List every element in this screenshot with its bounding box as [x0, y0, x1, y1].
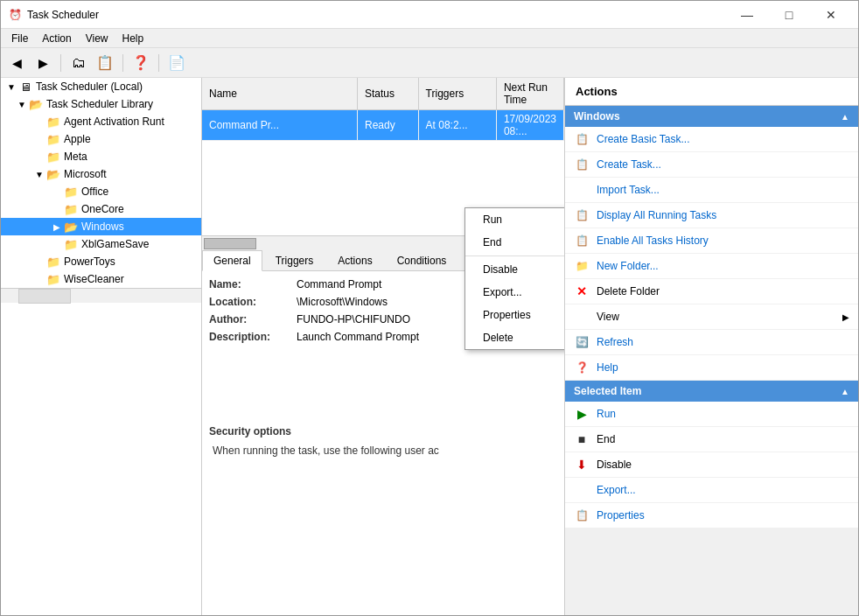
tree-item-library[interactable]: ▼ Task Scheduler Library: [1, 95, 201, 113]
tree-item-powertoys[interactable]: ▶ PowerToys: [1, 253, 201, 270]
task-name-cell: Command Pr...: [202, 110, 358, 141]
expand-local[interactable]: ▼: [4, 80, 18, 94]
ctx-separator-1: [465, 256, 565, 256]
new-folder-icon: 📁: [574, 258, 590, 274]
actions-title: Actions: [565, 78, 858, 106]
action-refresh[interactable]: 🔄 Refresh: [565, 330, 858, 355]
description-label: Description:: [209, 331, 297, 343]
table-row[interactable]: Command Pr... Ready At 08:2... 17/09/202…: [202, 110, 564, 141]
section-header-selected[interactable]: Selected Item ▲: [565, 381, 858, 402]
action-properties[interactable]: 📋 Properties: [565, 503, 858, 528]
action-import-task[interactable]: Import Task...: [565, 178, 858, 203]
minimize-button[interactable]: —: [727, 2, 767, 28]
sidebar: ▼ Task Scheduler (Local) ▼ Task Schedule…: [1, 78, 202, 615]
menu-file[interactable]: File: [4, 31, 35, 46]
folder-icon-onecore: [64, 202, 78, 216]
app-icon: ⏰: [8, 8, 22, 22]
name-label: Name:: [209, 278, 297, 290]
enable-history-icon: 📋: [574, 233, 590, 248]
tab-general[interactable]: General: [202, 250, 262, 271]
action-delete-folder[interactable]: ✕ Delete Folder: [565, 279, 858, 304]
tree-label-meta: Meta: [64, 150, 87, 163]
folder-icon-wisecleaner: [46, 272, 60, 286]
tab-actions[interactable]: Actions: [326, 250, 383, 270]
tree-item-agent[interactable]: ▶ Agent Activation Runt: [1, 113, 201, 130]
tree-label-xblgamesave: XblGameSave: [81, 238, 149, 250]
export-icon: [574, 482, 590, 498]
expand-microsoft[interactable]: ▼: [32, 167, 46, 181]
refresh-label: Refresh: [597, 336, 633, 348]
tree-item-xblgamesave[interactable]: ▶ XblGameSave: [1, 235, 201, 253]
sidebar-hscroll[interactable]: [1, 288, 201, 303]
toolbar-separator-3: [158, 54, 159, 72]
folder-icon-meta: [46, 150, 60, 164]
tree-item-apple[interactable]: ▶ Apple: [1, 130, 201, 148]
folder-icon-office: [64, 185, 78, 199]
action-enable-history[interactable]: 📋 Enable All Tasks History: [565, 228, 858, 254]
tree-item-microsoft[interactable]: ▼ Microsoft: [1, 165, 201, 183]
action-view[interactable]: View ▶: [565, 304, 858, 330]
close-button[interactable]: ✕: [811, 2, 851, 28]
help-button[interactable]: ❓: [129, 52, 153, 74]
tree-item-local[interactable]: ▼ Task Scheduler (Local): [1, 78, 201, 95]
ctx-properties[interactable]: Properties: [465, 304, 565, 326]
action-display-running[interactable]: 📋 Display All Running Tasks: [565, 203, 858, 228]
display-running-icon: 📋: [574, 207, 590, 223]
col-next-run[interactable]: Next Run Time: [496, 78, 563, 110]
toolbar-separator-2: [122, 54, 123, 72]
window-title: Task Scheduler: [27, 9, 727, 21]
expand-library[interactable]: ▼: [15, 97, 29, 111]
action-create-basic-task[interactable]: 📋 Create Basic Task...: [565, 127, 858, 152]
action-end[interactable]: ■ End: [565, 427, 858, 452]
task-status-cell: Ready: [358, 110, 419, 141]
end-label: End: [597, 433, 615, 445]
main-content: ▼ Task Scheduler (Local) ▼ Task Schedule…: [1, 78, 858, 615]
create-task-label: Create Task...: [597, 158, 661, 171]
ctx-end[interactable]: End: [465, 231, 565, 254]
tree-item-windows[interactable]: ▶ Windows: [1, 218, 201, 235]
show-hide-console-button[interactable]: 🗂: [66, 52, 91, 74]
tree-item-onecore[interactable]: ▶ OneCore: [1, 200, 201, 218]
create-basic-task-label: Create Basic Task...: [597, 133, 690, 145]
delete-folder-label: Delete Folder: [597, 285, 660, 298]
menu-action[interactable]: Action: [35, 31, 78, 46]
view-icon: [574, 309, 590, 325]
action-disable[interactable]: ⬇ Disable: [565, 452, 858, 478]
back-button[interactable]: ◀: [4, 52, 29, 74]
ctx-delete[interactable]: Delete: [465, 326, 565, 349]
col-triggers[interactable]: Triggers: [418, 78, 496, 110]
expand-windows[interactable]: ▶: [50, 220, 64, 234]
action-new-folder[interactable]: 📁 New Folder...: [565, 254, 858, 279]
col-name[interactable]: Name: [202, 78, 358, 110]
section-header-windows[interactable]: Windows ▲: [565, 106, 858, 127]
forward-button[interactable]: ▶: [31, 52, 55, 74]
toolbar-separator-1: [60, 54, 61, 72]
folder-icon-xblgamesave: [64, 237, 78, 251]
help-label: Help: [597, 361, 618, 374]
tab-conditions[interactable]: Conditions: [386, 250, 458, 270]
menu-view[interactable]: View: [79, 31, 115, 46]
folder-open-icon-microsoft: [46, 167, 60, 181]
import-task-label: Import Task...: [597, 184, 660, 196]
tree-item-wisecleaner[interactable]: ▶ WiseCleaner: [1, 270, 201, 288]
tab-triggers[interactable]: Triggers: [264, 250, 325, 270]
tree-item-office[interactable]: ▶ Office: [1, 183, 201, 200]
action-help[interactable]: ❓ Help: [565, 355, 858, 381]
show-hide-action-button[interactable]: 📋: [93, 52, 117, 74]
maximize-button[interactable]: □: [769, 2, 809, 28]
description-button[interactable]: 📄: [164, 52, 189, 74]
ctx-disable[interactable]: Disable: [465, 258, 565, 281]
action-run[interactable]: ▶ Run: [565, 402, 858, 427]
col-status[interactable]: Status: [358, 78, 419, 110]
action-export[interactable]: Export...: [565, 478, 858, 503]
task-triggers-cell: At 08:2...: [418, 110, 496, 141]
tree-item-meta[interactable]: ▶ Meta: [1, 148, 201, 165]
action-create-task[interactable]: 📋 Create Task...: [565, 152, 858, 178]
selected-actions-list: ▶ Run ■ End ⬇ Disable Export... 📋 Pr: [565, 402, 858, 528]
ctx-run[interactable]: Run: [465, 208, 565, 231]
menu-help[interactable]: Help: [115, 31, 151, 46]
ctx-export[interactable]: Export...: [465, 281, 565, 304]
chevron-up-icon: ▲: [841, 112, 849, 122]
help-icon: ❓: [574, 360, 590, 375]
export-label: Export...: [597, 484, 636, 496]
